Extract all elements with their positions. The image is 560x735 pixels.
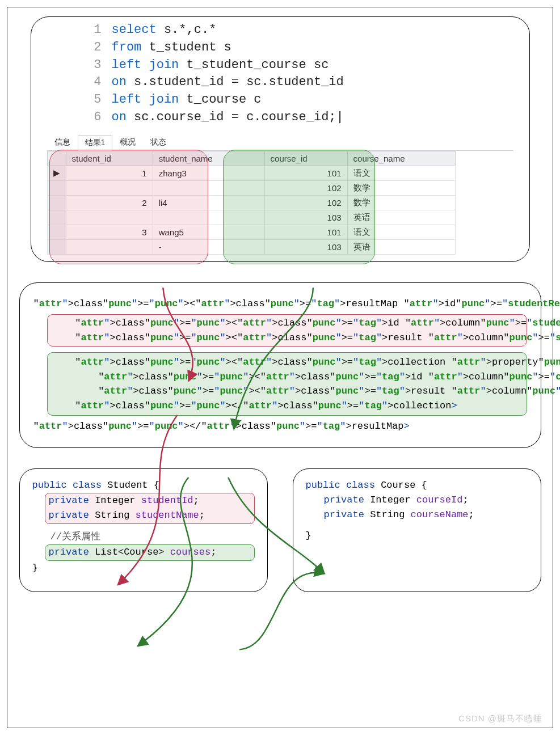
student-f2: private String studentName; (49, 508, 251, 523)
tab-概况[interactable]: 概况 (112, 134, 143, 150)
overlay-course-cols (223, 150, 375, 264)
tab-信息[interactable]: 信息 (47, 134, 78, 150)
course-f1: private Integer courseId; (324, 493, 528, 508)
student-decl: public class Student { (32, 478, 255, 493)
xml-coll-open: "attr">class"punc">="punc"><"attr">class… (52, 355, 522, 370)
student-courses-green: private List<Course> courses; (45, 544, 255, 560)
class-panels: public class Student { private Integer s… (19, 468, 541, 592)
sql-result-panel: 1select s.*,c.*2from t_student s3left jo… (31, 16, 530, 262)
result-table-region: student_idstudent_namecourse_idcourse_na… (47, 151, 513, 255)
course-close: } (306, 529, 528, 543)
student-f1: private Integer studentId; (49, 493, 251, 508)
tab-结果1[interactable]: 结果1 (78, 135, 113, 151)
xml-open: "attr">class"punc">="punc"><"attr">class… (33, 297, 527, 311)
xml-res: "attr">class"punc">="punc"><"attr">class… (52, 331, 522, 345)
tab-状态[interactable]: 状态 (143, 134, 174, 150)
xml-student-box: "attr">class"punc">="punc"><"attr">class… (47, 314, 527, 347)
student-comment: //关系属性 (50, 530, 255, 544)
diagram-frame: 1select s.*,c.*2from t_student s3left jo… (7, 7, 553, 728)
watermark: CSDN @斑马不瞌睡 (458, 713, 542, 724)
xml-coll-id: "attr">class"punc">="punc"><"attr">class… (52, 370, 522, 385)
course-decl: public class Course { (306, 478, 528, 493)
overlay-student-cols (49, 150, 208, 264)
student-f3: private List<Course> courses; (49, 545, 251, 560)
xml-id: "attr">class"punc">="punc"><"attr">class… (52, 316, 522, 331)
sql-code: 1select s.*,c.*2from t_student s3left jo… (87, 22, 513, 126)
student-close: } (32, 561, 255, 576)
xml-coll-res: "attr">class"punc">="punc"><"attr">class… (52, 384, 522, 399)
xml-collection-box: "attr">class"punc">="punc"><"attr">class… (47, 352, 527, 416)
xml-coll-close: "attr">class"punc">="punc"></"attr">clas… (52, 399, 522, 413)
resultmap-panel: "attr">class"punc">="punc"><"attr">class… (19, 282, 541, 448)
result-tabs: 信息结果1概况状态 (47, 134, 513, 151)
xml-close: "attr">class"punc">="punc"></"attr">clas… (33, 419, 527, 434)
student-class-panel: public class Student { private Integer s… (19, 468, 268, 592)
course-f2: private String courseName; (324, 508, 528, 522)
course-class-panel: public class Course { private Integer co… (293, 468, 541, 592)
student-fields-pink: private Integer studentId; private Strin… (45, 493, 255, 524)
